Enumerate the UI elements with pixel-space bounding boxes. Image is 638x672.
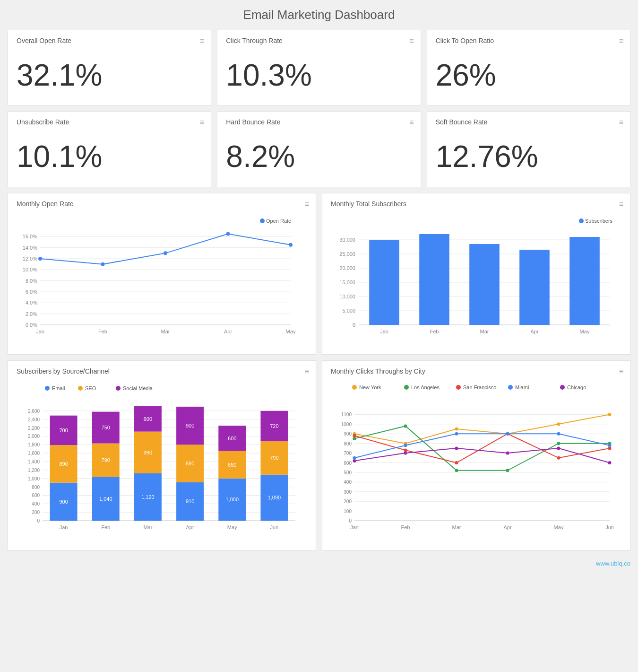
- svg-text:12.0%: 12.0%: [23, 256, 37, 262]
- metric-value-hard-bounce-rate: 8.2%: [226, 131, 412, 178]
- svg-point-186: [455, 432, 458, 436]
- svg-point-180: [455, 461, 458, 464]
- chart-clicks-city: Monthly Clicks Throughs by City ≡ 010020…: [322, 360, 630, 550]
- svg-text:14.0%: 14.0%: [23, 244, 37, 250]
- card-label-hard-bounce-rate: Hard Bounce Rate: [226, 118, 412, 126]
- card-label-unsubscribe-rate: Unsubscribe Rate: [17, 118, 202, 126]
- chart-title-subscribers-channel: Subscribers by Source/Channel: [17, 367, 307, 375]
- menu-icon-overall-open-rate[interactable]: ≡: [200, 37, 204, 45]
- svg-point-189: [608, 444, 612, 447]
- svg-text:1,600: 1,600: [28, 451, 40, 456]
- menu-icon-click-through-rate[interactable]: ≡: [409, 37, 414, 45]
- metric-value-click-to-open-ratio: 26%: [436, 49, 621, 96]
- svg-point-172: [353, 437, 356, 440]
- svg-text:Jan: Jan: [60, 524, 68, 530]
- bar-chart-subscribers-svg: 05,00010,00015,00020,00025,00030,000JanF…: [331, 211, 619, 344]
- card-click-to-open-ratio: Click To Open Ratio ≡ 26%: [427, 30, 630, 105]
- svg-text:5,000: 5,000: [342, 308, 355, 314]
- svg-text:1000: 1000: [341, 422, 352, 427]
- watermark: www.ubiq.co: [8, 556, 630, 567]
- svg-point-195: [608, 461, 612, 464]
- menu-icon-click-to-open-ratio[interactable]: ≡: [619, 37, 623, 45]
- chart-monthly-subscribers: Monthly Total Subscribers ≡ 05,00010,000…: [322, 193, 630, 355]
- svg-point-179: [404, 448, 407, 452]
- svg-text:Feb: Feb: [98, 329, 107, 334]
- chart-monthly-open-rate: Monthly Open Rate ≡ 0.0%2.0%4.0%6.0%8.0%…: [8, 193, 316, 355]
- svg-text:May: May: [286, 329, 296, 334]
- svg-text:8.0%: 8.0%: [26, 278, 37, 283]
- svg-point-190: [353, 459, 356, 463]
- svg-point-28: [289, 243, 293, 247]
- svg-point-56: [579, 218, 584, 223]
- menu-icon-subscribers-channel[interactable]: ≡: [305, 367, 309, 376]
- svg-text:1,000: 1,000: [225, 497, 239, 502]
- svg-text:600: 600: [344, 460, 352, 465]
- svg-text:600: 600: [144, 416, 152, 422]
- svg-text:2,200: 2,200: [28, 425, 40, 430]
- svg-text:Mar: Mar: [480, 329, 489, 334]
- card-soft-bounce-rate: Soft Bounce Rate ≡ 12.76%: [427, 111, 630, 187]
- svg-text:100: 100: [344, 508, 352, 514]
- svg-text:2,400: 2,400: [28, 417, 40, 422]
- svg-text:990: 990: [144, 450, 152, 455]
- svg-text:0: 0: [37, 518, 40, 524]
- svg-point-129: [45, 386, 50, 391]
- metric-value-click-through-rate: 10.3%: [226, 49, 412, 96]
- svg-point-26: [164, 251, 167, 255]
- menu-icon-hard-bounce-rate[interactable]: ≡: [409, 118, 414, 127]
- svg-text:0: 0: [353, 322, 355, 328]
- svg-text:Apr: Apr: [224, 329, 232, 334]
- svg-text:Jun: Jun: [605, 524, 614, 530]
- svg-text:Email: Email: [52, 385, 65, 391]
- svg-point-174: [455, 469, 458, 472]
- svg-text:May: May: [227, 524, 237, 530]
- svg-point-191: [404, 451, 407, 454]
- svg-point-200: [456, 385, 461, 390]
- metrics-row-1: Overall Open Rate ≡ 32.1% Click Through …: [8, 30, 630, 105]
- svg-text:6.0%: 6.0%: [26, 289, 37, 295]
- svg-text:200: 200: [32, 510, 40, 515]
- svg-text:New York: New York: [359, 384, 381, 390]
- svg-text:1,090: 1,090: [268, 495, 281, 500]
- chart-title-monthly-subscribers: Monthly Total Subscribers: [331, 200, 621, 208]
- svg-text:600: 600: [228, 436, 236, 441]
- svg-text:800: 800: [344, 441, 352, 446]
- menu-icon-unsubscribe-rate[interactable]: ≡: [200, 118, 204, 127]
- svg-text:500: 500: [344, 470, 352, 475]
- svg-text:Jan: Jan: [36, 329, 44, 334]
- menu-icon-monthly-open-rate[interactable]: ≡: [305, 200, 309, 209]
- menu-icon-clicks-city[interactable]: ≡: [619, 367, 623, 376]
- menu-icon-monthly-subscribers[interactable]: ≡: [619, 200, 623, 209]
- svg-text:Feb: Feb: [401, 524, 410, 530]
- chart-title-clicks-city: Monthly Clicks Throughs by City: [331, 367, 621, 375]
- card-label-click-through-rate: Click Through Rate: [226, 37, 412, 44]
- metric-value-overall-open-rate: 32.1%: [17, 49, 202, 96]
- svg-text:0: 0: [349, 518, 352, 524]
- svg-text:20,000: 20,000: [339, 265, 355, 271]
- svg-text:Mar: Mar: [161, 329, 170, 334]
- metric-value-soft-bounce-rate: 12.76%: [436, 131, 621, 178]
- svg-rect-46: [369, 240, 399, 325]
- svg-text:Feb: Feb: [101, 524, 110, 530]
- svg-point-170: [557, 422, 560, 426]
- svg-text:Jan: Jan: [350, 524, 359, 530]
- svg-text:10,000: 10,000: [339, 294, 355, 299]
- svg-point-204: [560, 385, 565, 390]
- svg-text:Subscribers: Subscribers: [585, 218, 613, 224]
- svg-point-183: [608, 446, 612, 450]
- card-label-click-to-open-ratio: Click To Open Ratio: [436, 37, 621, 44]
- svg-rect-48: [419, 234, 449, 325]
- menu-icon-soft-bounce-rate[interactable]: ≡: [619, 118, 623, 127]
- card-click-through-rate: Click Through Rate ≡ 10.3%: [217, 30, 421, 105]
- svg-text:Open Rate: Open Rate: [266, 218, 291, 224]
- svg-text:Jan: Jan: [380, 329, 388, 334]
- svg-text:10.0%: 10.0%: [23, 267, 37, 272]
- svg-text:300: 300: [344, 489, 352, 495]
- svg-point-202: [508, 385, 513, 390]
- svg-text:1,120: 1,120: [141, 494, 155, 500]
- line-chart-open-rate-svg: 0.0%2.0%4.0%6.0%8.0%10.0%12.0%14.0%16.0%…: [17, 211, 305, 344]
- metric-value-unsubscribe-rate: 10.1%: [17, 131, 202, 178]
- svg-text:1100: 1100: [341, 412, 352, 417]
- svg-text:Miami: Miami: [515, 384, 529, 390]
- svg-text:Chicago: Chicago: [567, 384, 586, 390]
